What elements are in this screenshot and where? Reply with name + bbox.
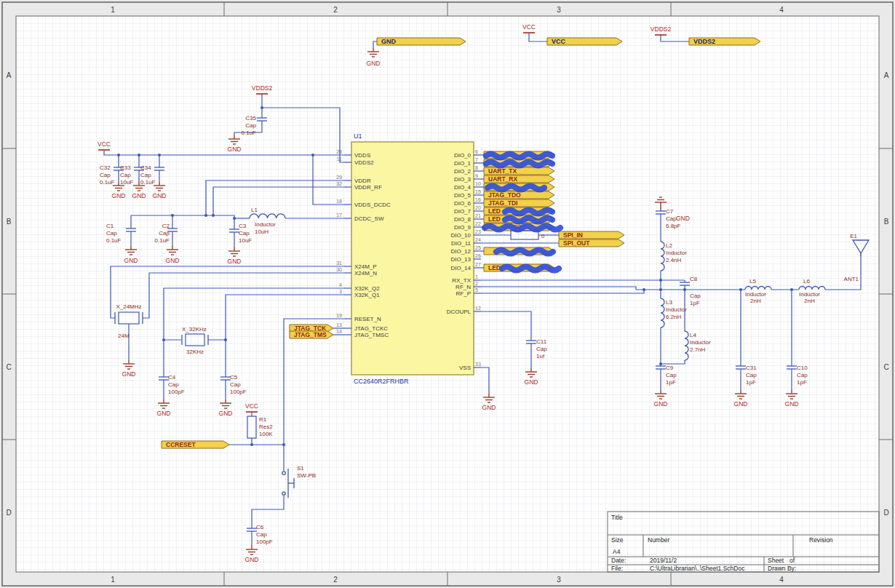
DIO_9-pin-number: 22 [475, 221, 481, 226]
wire[interactable] [262, 108, 344, 162]
DIO_13-pin-number: 26 [475, 253, 481, 258]
L1-type: Inductor [255, 221, 276, 228]
C4-type: Cap [168, 381, 179, 388]
inductor-symbol[interactable] [745, 287, 771, 290]
sheet-size-value: A4 [613, 548, 621, 555]
DIO_11-pin-number: 24 [475, 237, 481, 242]
file-label: File: [611, 565, 623, 572]
signal-port-label: LED [488, 264, 501, 271]
R1-type: Res2 [259, 424, 273, 430]
junction-dot [659, 279, 662, 282]
DIO_2-pin-number: 8 [475, 165, 478, 170]
wire[interactable] [661, 360, 685, 364]
signal-port-label: SPI_OUT [563, 239, 590, 247]
X32K_Q2-pin-number: 4 [339, 282, 342, 287]
wire[interactable] [143, 273, 344, 318]
VDDS_DCDC-pin-name: VDDS_DCDC [354, 202, 391, 208]
X24M_N-pin-name: X24M_N [354, 270, 377, 277]
gnd-net-label: GND [219, 410, 233, 417]
crystal-24mhz-body[interactable] [119, 312, 139, 324]
gnd-net-label: GND [482, 404, 496, 411]
C7-value: 6.8pF [666, 223, 681, 229]
wire[interactable] [284, 319, 344, 466]
switch-contact[interactable] [282, 492, 285, 495]
VDDS-pin-number: 28 [336, 149, 342, 154]
JTAG_TCKC-pin-name: JTAG_TCKC [354, 325, 388, 332]
VDDR_RF-pin-number: 32 [336, 181, 342, 186]
DIO_12-pin-name: DIO_12 [450, 248, 471, 255]
crystal-32khz-body[interactable] [186, 334, 204, 346]
junction-dot [643, 288, 645, 291]
DIO_11-pin-name: DIO_11 [451, 240, 472, 247]
C3-value: 10uF [239, 237, 252, 244]
wire[interactable] [213, 187, 344, 215]
vcc-port-label: VCC [552, 38, 566, 45]
revision-label: Revision [809, 536, 833, 544]
schematic-canvas: 11223344AABBCCDDTitleSizeNumberRevisionA… [0, 0, 895, 588]
S1-ref: S1 [297, 465, 304, 472]
title-label: Title [611, 514, 623, 521]
C5-type: Cap [230, 381, 241, 388]
date-label: Date: [611, 557, 626, 564]
C33-ref: C33 [120, 164, 131, 171]
gnd-net-label: GND [132, 192, 146, 199]
DIO_14-pin-number: 27 [475, 262, 481, 267]
wire[interactable] [481, 287, 636, 290]
DIO_10-pin-number: 23 [475, 229, 481, 234]
L2-ref: L2 [666, 242, 672, 249]
wire[interactable] [373, 41, 377, 48]
C1-ref: C1 [106, 223, 114, 229]
DIO_7-pin-name: DIO_7 [454, 208, 472, 215]
signal-port-label: JTAG_TDO [488, 191, 521, 199]
wire[interactable] [206, 180, 344, 215]
C35-ref: C35 [245, 115, 256, 122]
crystal-32khz-value: 32KHz [186, 349, 204, 355]
switch-contact[interactable] [282, 472, 285, 474]
L5-ref: L5 [749, 278, 756, 285]
inductor-symbol[interactable] [661, 242, 664, 271]
X32K_Q1-pin-name: X32K_Q1 [354, 292, 380, 298]
inductor-symbol[interactable] [799, 287, 825, 290]
VDDS-pin-name: VDDS [354, 152, 370, 159]
wire[interactable] [481, 311, 531, 341]
inductor-symbol[interactable] [685, 331, 688, 360]
X24M_P-pin-number: 31 [336, 261, 342, 266]
VSS-pin-name: VSS [459, 365, 471, 371]
L5-type: Inductor [745, 291, 766, 298]
DIO_12-pin-number: 25 [475, 245, 481, 250]
C34-ref: C34 [140, 164, 151, 171]
X24M_P-pin-name: X24M_P [354, 263, 377, 270]
wire[interactable] [131, 215, 234, 218]
crystal-32khz-ref: X_32KHz [182, 326, 207, 333]
wire[interactable] [529, 33, 547, 41]
inductor-symbol[interactable] [250, 214, 285, 218]
wire[interactable] [481, 368, 489, 394]
wire[interactable] [661, 35, 689, 41]
C5-ref: C5 [230, 374, 238, 381]
crystal-24mhz-value: 24M [118, 333, 130, 339]
gnd-net-label: GND [785, 400, 799, 408]
inductor-symbol[interactable] [661, 298, 664, 327]
X32K_Q1-pin-number: 3 [339, 289, 342, 294]
L4-ref: L4 [690, 332, 696, 338]
signal-port-label: JTAG_TDI [488, 199, 517, 207]
wire[interactable] [825, 255, 861, 290]
RF_N-pin-name: RF_N [456, 284, 471, 290]
signal-port-label: LED [488, 215, 501, 223]
C9-type: Cap [666, 372, 677, 378]
C11-type: Cap [536, 346, 547, 352]
gnd-net-label: GND [122, 370, 136, 378]
vdds2-net-label: VDDS2 [252, 84, 273, 92]
DIO_6-pin-name: DIO_6 [454, 200, 472, 207]
junction-dot [212, 214, 215, 217]
C33-value: 10uF [120, 179, 133, 186]
wire[interactable] [111, 266, 344, 318]
R1-value: 100K [259, 431, 273, 437]
antenna-symbol[interactable] [853, 240, 869, 253]
S1-type: SW-PB [297, 472, 316, 479]
zone-column-label: 1 [111, 6, 115, 14]
DIO_5-pin-name: DIO_5 [454, 192, 472, 199]
resistor-R1-symbol[interactable] [247, 416, 256, 438]
wire[interactable] [481, 290, 644, 293]
DIO_4-pin-name: DIO_4 [454, 184, 472, 191]
